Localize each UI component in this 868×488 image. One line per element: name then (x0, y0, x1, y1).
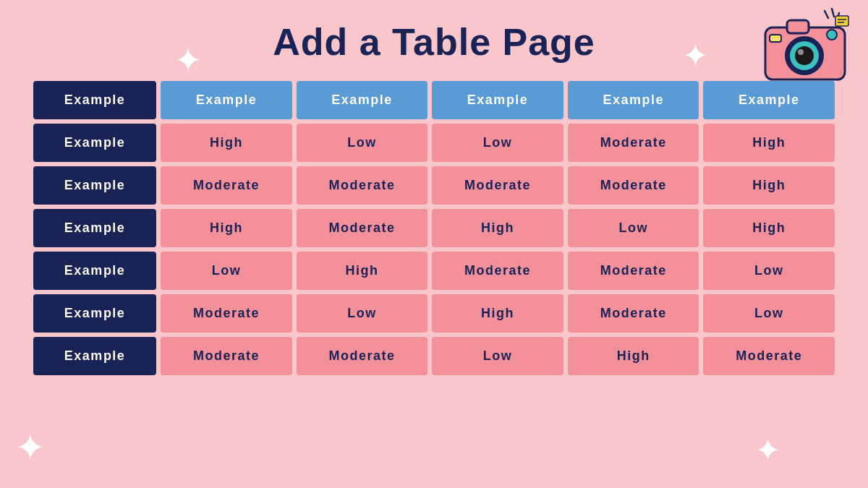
header-cell-3: Example (432, 81, 563, 119)
svg-point-11 (798, 49, 804, 55)
svg-point-10 (795, 46, 814, 65)
svg-rect-3 (835, 16, 848, 26)
cell-4-2: Low (297, 294, 428, 333)
cell-4-1: Moderate (161, 294, 292, 333)
page-title: Add a Table Page (0, 0, 868, 77)
cell-2-3: High (432, 209, 563, 247)
table-body: ExampleHighLowLowModerateHighExampleMode… (33, 124, 835, 375)
cell-3-3: Moderate (432, 252, 563, 290)
cell-4-0: Example (33, 294, 156, 333)
cell-0-4: Moderate (568, 124, 699, 162)
table-row: ExampleLowHighModerateModerateLow (33, 252, 835, 290)
cell-3-0: Example (33, 252, 156, 290)
cell-1-3: Moderate (432, 166, 563, 205)
cell-0-0: Example (33, 124, 156, 162)
cell-3-1: Low (161, 252, 292, 290)
cell-0-3: Low (432, 124, 563, 162)
cell-2-4: Low (568, 209, 699, 247)
cell-2-0: Example (33, 209, 156, 247)
table-row: ExampleModerateLowHighModerateLow (33, 294, 835, 333)
cell-5-5: Moderate (703, 337, 835, 375)
cell-4-4: Moderate (568, 294, 699, 333)
svg-line-1 (832, 9, 834, 17)
svg-rect-7 (787, 20, 809, 33)
cell-4-3: High (432, 294, 563, 333)
header-cell-0: Example (33, 81, 156, 119)
header-cell-4: Example (568, 81, 699, 119)
cell-0-1: High (161, 124, 292, 162)
table-header: ExampleExampleExampleExampleExampleExamp… (33, 81, 835, 119)
main-table: ExampleExampleExampleExampleExampleExamp… (29, 77, 839, 380)
cell-5-3: Low (432, 337, 563, 375)
sparkle-bottom-right-icon: ✦ (754, 435, 781, 466)
cell-2-2: Moderate (297, 209, 428, 247)
cell-5-2: Moderate (297, 337, 428, 375)
cell-1-4: Moderate (568, 166, 699, 205)
cell-0-5: High (703, 124, 835, 162)
cell-3-4: Moderate (568, 252, 699, 290)
cell-2-5: High (703, 209, 835, 247)
cell-5-4: High (568, 337, 699, 375)
header-cell-1: Example (161, 81, 292, 119)
camera-icon (760, 7, 854, 87)
header-cell-2: Example (297, 81, 428, 119)
cell-5-1: Moderate (161, 337, 292, 375)
cell-1-5: High (703, 166, 835, 205)
svg-point-13 (827, 30, 837, 40)
table-row: ExampleModerateModerateLowHighModerate (33, 337, 835, 375)
cell-2-1: High (161, 209, 292, 247)
sparkle-bottom-left-icon: ✦ (14, 429, 46, 466)
svg-rect-12 (770, 35, 781, 42)
table-row: ExampleModerateModerateModerateModerateH… (33, 166, 835, 205)
cell-0-2: Low (297, 124, 428, 162)
cell-1-0: Example (33, 166, 156, 205)
svg-line-0 (825, 11, 828, 18)
cell-1-1: Moderate (161, 166, 292, 205)
cell-3-2: High (297, 252, 428, 290)
table-row: ExampleHighLowLowModerateHigh (33, 124, 835, 162)
header-row: ExampleExampleExampleExampleExampleExamp… (33, 81, 835, 119)
cell-4-5: Low (703, 294, 835, 333)
table-container: ExampleExampleExampleExampleExampleExamp… (29, 77, 839, 380)
table-row: ExampleHighModerateHighLowHigh (33, 209, 835, 247)
cell-3-5: Low (703, 252, 835, 290)
cell-1-2: Moderate (297, 166, 428, 205)
cell-5-0: Example (33, 337, 156, 375)
